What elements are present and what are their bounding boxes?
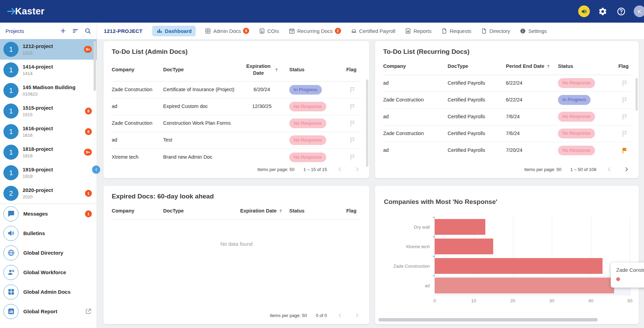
table-row[interactable]: Zade Construction Certificate of Insuran… [112,82,361,98]
flag-icon[interactable] [349,86,356,94]
col-header-company[interactable]: Company [383,63,448,70]
table-row[interactable]: Zade Construction Certified Payrolls 6/2… [383,92,631,109]
previous-page-button[interactable] [336,311,344,319]
previous-page-button[interactable] [336,165,344,173]
table-row[interactable]: ad Certified Payrolls 7/6/24 No Response [383,109,631,125]
nav-tab[interactable]: Reports [404,26,432,36]
table-row[interactable]: Xtreme tech Brand new Admin Doc No Respo… [112,149,361,166]
chart-bar[interactable] [435,278,614,293]
user-avatar[interactable]: K [634,5,644,17]
col-header-doctype[interactable]: DocType [163,66,238,73]
cell-company: Zade Construction [112,120,163,127]
table-row[interactable]: ad Expired Custom doc 12/30/25 No Respon… [112,98,361,115]
flag-icon[interactable] [621,113,629,121]
app-logo[interactable]: Kaster [7,6,45,17]
chart-title: Companies with Most 'No Response' [384,198,631,206]
sidebar-menu-item[interactable]: Global Workforce [0,263,97,282]
sidebar-project-item[interactable]: 1 1212-project 1212 9+ [0,39,97,60]
col-header-doctype[interactable]: DocType [448,63,506,70]
sidebar-project-item[interactable]: 1 1919-project 1919 [0,162,97,183]
nav-tab[interactable]: Directory [480,26,511,36]
items-per-page-value[interactable]: 50 [290,167,294,172]
sort-projects-icon[interactable] [72,27,79,34]
settings-button[interactable] [597,5,608,17]
col-header-expiration-date[interactable]: Expiration Date [238,63,289,76]
nav-tab[interactable]: Requests [440,26,472,36]
sidebar: Projects 1 1212-project 1212 9+ [0,23,97,328]
nav-tab[interactable]: Recurring Docs 2 [288,26,341,36]
expired-docs-card: Expired Docs: 60-day look ahead Company … [104,186,369,324]
col-header-company[interactable]: Company [112,66,163,73]
flag-icon[interactable] [621,130,629,137]
menu-icon [7,229,15,237]
status-badge: No Response [558,112,595,121]
sidebar-menu-item[interactable]: Global Directory [0,243,97,263]
chevron-right-icon [354,312,361,319]
flag-icon[interactable] [349,154,356,161]
table-scrollbar[interactable] [635,78,638,111]
sidebar-collapse-button[interactable] [92,166,100,173]
chart-bar[interactable] [435,239,493,254]
x-axis-tick: 20 [510,298,515,303]
col-header-status[interactable]: Status [558,63,609,70]
nav-tab[interactable]: Dashboard [152,26,196,36]
nav-tab[interactable]: Settings [519,26,547,36]
table-header-row: Company DocType Period End Date Status F… [383,58,631,75]
col-header-company[interactable]: Company [112,208,163,215]
sidebar-project-item[interactable]: 1 1515-project 1515 8 [0,101,97,121]
table-row[interactable]: Zade Construction Certified Payrolls 7/6… [383,125,631,142]
sidebar-menu-item[interactable]: Messages 1 [0,204,97,223]
flag-icon[interactable] [349,103,356,110]
status-badge: In Progress [289,85,322,95]
next-page-button[interactable] [622,165,631,173]
sidebar-project-item[interactable]: 2 2020-project 2020 1 [0,183,97,204]
chart-horizontal-scrollbar[interactable] [378,318,598,321]
flag-icon[interactable] [621,96,629,104]
sidebar-project-item[interactable]: 1 1818-project 1818 9+ [0,142,97,162]
cell-doctype: Brand new Admin Doc [163,154,238,161]
sidebar-project-item[interactable]: 1 1616-project 1616 8 [0,121,97,142]
paginator: Items per page: 50 1 – 50 of 108 [524,165,631,173]
tooltip-label: Zade Constr [616,267,644,273]
nav-tab[interactable]: COIs [258,26,280,36]
flag-icon[interactable] [621,147,629,154]
previous-page-button[interactable] [605,165,613,173]
sidebar-menu-item[interactable]: Global Admin Docs [0,282,97,302]
cell-doctype: Certified Payrolls [448,147,506,154]
chart-bar[interactable] [435,258,603,274]
table-row[interactable]: Zade Construction Construction Work Plan… [112,115,361,132]
sidebar-menu-item[interactable]: Global Report [0,302,97,321]
items-per-page-value[interactable]: 50 [302,313,307,318]
cell-flag [337,136,358,144]
col-header-expiration-date[interactable]: Expiration Date [238,208,289,215]
chart-bar-track [435,217,630,237]
items-per-page-value[interactable]: 50 [557,167,561,172]
table-row[interactable]: ad Certified Payrolls 7/20/24 No Respons… [383,142,631,159]
table-row[interactable]: ad Test No Response [112,132,361,149]
sidebar-menu-item[interactable]: Bulletins [0,223,97,243]
chart-bar[interactable] [435,219,485,235]
col-header-period-end-date[interactable]: Period End Date [506,63,558,70]
search-projects-icon[interactable] [84,27,91,34]
status-badge: No Response [558,129,595,138]
table-row[interactable]: ad Certified Payrolls 6/22/24 No Respons… [383,75,631,92]
bulletins-button[interactable] [578,5,590,17]
nav-tab[interactable]: Admin Docs 9 [204,26,250,36]
next-page-button[interactable] [353,311,361,319]
help-button[interactable] [615,5,627,17]
sidebar-scrollbar[interactable] [94,41,96,91]
nav-tab[interactable]: Certified Payroll [350,26,396,36]
sidebar-project-item[interactable]: 1 145 Madison Building 010623 [0,80,97,101]
sidebar-project-item[interactable]: 1 1414-project 1414 [0,60,97,80]
flag-icon[interactable] [621,80,629,87]
flag-icon[interactable] [349,136,356,144]
col-header-status[interactable]: Status [289,208,337,215]
card-title: To-Do List (Admin Docs) [112,48,361,56]
next-page-button[interactable] [353,165,361,173]
menu-item-label: Global Admin Docs [23,289,71,295]
col-header-status[interactable]: Status [289,66,337,73]
flag-icon[interactable] [349,120,356,127]
add-project-icon[interactable] [60,27,66,34]
table-scrollbar[interactable] [366,80,368,167]
col-header-doctype[interactable]: DocType [163,208,238,215]
